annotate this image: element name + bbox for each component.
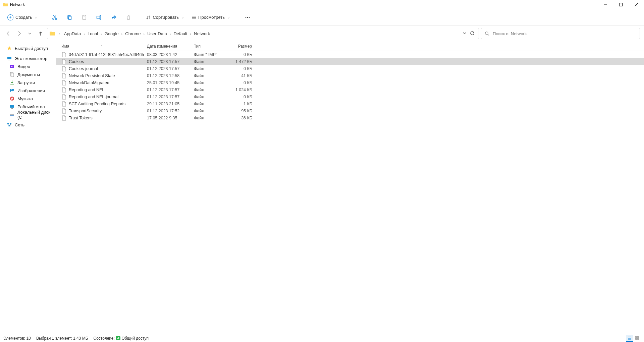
file-size-cell: 1 КБ bbox=[231, 102, 255, 106]
file-row[interactable]: Reporting and NEL-journal01.12.2023 17:5… bbox=[56, 93, 644, 100]
rename-button[interactable] bbox=[93, 12, 105, 23]
file-name-cell: Trust Tokens bbox=[59, 115, 144, 121]
sidebar-this-pc[interactable]: Этот компьютер bbox=[0, 54, 56, 62]
svg-rect-12 bbox=[97, 16, 100, 19]
back-button[interactable] bbox=[4, 29, 13, 38]
file-date-cell: 01.12.2023 12:58 bbox=[144, 73, 191, 78]
chevron-right-icon[interactable]: › bbox=[119, 32, 125, 36]
sidebar-label: Видео bbox=[17, 64, 30, 69]
address-bar[interactable]: › AppData›Local›Google›Chrome›User Data›… bbox=[47, 28, 479, 39]
search-box[interactable] bbox=[481, 28, 640, 39]
up-button[interactable] bbox=[36, 29, 45, 38]
thumbnails-view-button[interactable] bbox=[633, 335, 641, 342]
view-button[interactable]: Просмотреть ⌄ bbox=[189, 12, 233, 23]
chevron-right-icon[interactable]: › bbox=[57, 32, 62, 36]
cut-button[interactable] bbox=[48, 12, 61, 23]
breadcrumb-segment[interactable]: Chrome bbox=[124, 31, 141, 37]
chevron-right-icon[interactable]: › bbox=[188, 32, 194, 36]
svg-rect-24 bbox=[7, 57, 11, 59]
minimize-button[interactable] bbox=[598, 0, 613, 9]
file-name: SCT Auditing Pending Reports bbox=[69, 102, 125, 106]
file-date-cell: 01.12.2023 17:57 bbox=[144, 95, 191, 99]
file-type-cell: Файл bbox=[191, 73, 231, 78]
file-date-cell: 01.12.2023 17:52 bbox=[144, 109, 191, 113]
chevron-right-icon[interactable]: › bbox=[99, 32, 104, 36]
breadcrumb-segment[interactable]: User Data bbox=[147, 31, 168, 37]
file-name-cell: SCT Auditing Pending Reports bbox=[59, 101, 144, 107]
svg-rect-38 bbox=[9, 125, 10, 126]
breadcrumb-segment[interactable]: AppData bbox=[63, 31, 82, 37]
chevron-down-icon: ⌄ bbox=[227, 15, 230, 19]
sidebar-pictures[interactable]: Изображения bbox=[0, 87, 56, 95]
column-date[interactable]: Дата изменения bbox=[144, 42, 191, 51]
maximize-button[interactable] bbox=[613, 0, 629, 9]
file-row[interactable]: Cookies-journal01.12.2023 17:57Файл0 КБ bbox=[56, 65, 644, 72]
close-button[interactable] bbox=[629, 0, 644, 9]
refresh-button[interactable] bbox=[470, 31, 475, 37]
chevron-right-icon[interactable]: › bbox=[142, 32, 147, 36]
file-row[interactable]: SCT Auditing Pending Reports29.11.2023 2… bbox=[56, 100, 644, 107]
folder-icon bbox=[3, 2, 8, 7]
column-type[interactable]: Тип bbox=[191, 42, 231, 51]
details-view-button[interactable] bbox=[626, 335, 633, 342]
breadcrumb-segment[interactable]: Google bbox=[104, 31, 119, 37]
file-date-cell: 17.05.2022 9:35 bbox=[144, 116, 191, 120]
breadcrumb-segment[interactable]: Network bbox=[193, 31, 211, 37]
file-row[interactable]: Network Persistent State01.12.2023 12:58… bbox=[56, 72, 644, 79]
column-headers: Имя ˄ Дата изменения Тип Размер bbox=[56, 42, 644, 51]
column-name[interactable]: Имя ˄ bbox=[59, 42, 144, 51]
delete-button[interactable] bbox=[122, 12, 135, 23]
chevron-right-icon[interactable]: › bbox=[168, 32, 173, 36]
chevron-right-icon[interactable]: › bbox=[82, 32, 87, 36]
file-name-cell: TransportSecurity bbox=[59, 108, 144, 114]
file-name: NetworkDataMigrated bbox=[69, 80, 109, 85]
sidebar-quick-access[interactable]: Быстрый доступ bbox=[0, 44, 56, 52]
more-button[interactable] bbox=[241, 12, 254, 23]
search-input[interactable] bbox=[493, 31, 636, 36]
file-row[interactable]: Reporting and NEL01.12.2023 17:57Файл1 0… bbox=[56, 86, 644, 93]
sidebar-network[interactable]: Сеть bbox=[0, 121, 56, 129]
file-name: Reporting and NEL bbox=[69, 88, 104, 92]
svg-rect-35 bbox=[10, 115, 14, 116]
file-type-cell: Файл bbox=[191, 88, 231, 92]
sidebar-video[interactable]: Видео bbox=[0, 62, 56, 70]
delete-icon bbox=[126, 15, 131, 20]
file-date-cell: 25.01.2023 19:45 bbox=[144, 80, 191, 85]
sidebar-local-disk[interactable]: Локальный диск (C bbox=[0, 111, 56, 119]
forward-button[interactable] bbox=[15, 29, 23, 38]
svg-point-5 bbox=[55, 18, 57, 19]
sidebar-downloads[interactable]: Загрузки bbox=[0, 78, 56, 87]
sort-button[interactable]: Сортировать ⌄ bbox=[143, 12, 187, 23]
recent-dropdown[interactable] bbox=[25, 29, 34, 38]
svg-rect-36 bbox=[7, 123, 9, 124]
create-button[interactable]: + Создать ⌄ bbox=[5, 12, 40, 23]
svg-rect-43 bbox=[635, 337, 637, 338]
file-type-cell: Файл bbox=[191, 102, 231, 106]
file-name: Reporting and NEL-journal bbox=[69, 95, 118, 99]
file-row[interactable]: Trust Tokens17.05.2022 9:35Файл36 КБ bbox=[56, 114, 644, 121]
file-row[interactable]: TransportSecurity01.12.2023 17:52Файл95 … bbox=[56, 107, 644, 114]
sidebar-label: Музыка bbox=[17, 96, 33, 101]
file-row[interactable]: NetworkDataMigrated25.01.2023 19:45Файл0… bbox=[56, 79, 644, 86]
copy-icon bbox=[67, 15, 72, 20]
breadcrumb-segment[interactable]: Local bbox=[87, 31, 99, 37]
status-selection: Выбран 1 элемент: 1,43 МБ bbox=[36, 336, 88, 341]
network-icon bbox=[7, 122, 12, 127]
file-list-pane: Имя ˄ Дата изменения Тип Размер 04d7d311… bbox=[56, 42, 644, 334]
file-row[interactable]: 04d7d311-61af-412f-8f31-554bc7df6465...0… bbox=[56, 51, 644, 58]
paste-button[interactable] bbox=[78, 12, 91, 23]
svg-rect-33 bbox=[11, 108, 13, 109]
copy-button[interactable] bbox=[63, 12, 76, 23]
file-type-cell: Файл bbox=[191, 109, 231, 113]
file-date-cell: 01.12.2023 17:57 bbox=[144, 88, 191, 92]
file-row[interactable]: Cookies01.12.2023 17:57Файл1 472 КБ bbox=[56, 58, 644, 65]
sidebar-label: Изображения bbox=[17, 88, 45, 93]
status-state: Состояние: Общий доступ bbox=[94, 336, 149, 341]
breadcrumb-segment[interactable]: Default bbox=[173, 31, 188, 37]
sidebar-music[interactable]: Музыка bbox=[0, 95, 56, 103]
share-button[interactable] bbox=[107, 12, 120, 23]
file-name-cell: Reporting and NEL-journal bbox=[59, 94, 144, 100]
address-dropdown[interactable] bbox=[463, 31, 467, 36]
column-size[interactable]: Размер bbox=[231, 42, 255, 51]
sidebar-documents[interactable]: Документы bbox=[0, 70, 56, 78]
